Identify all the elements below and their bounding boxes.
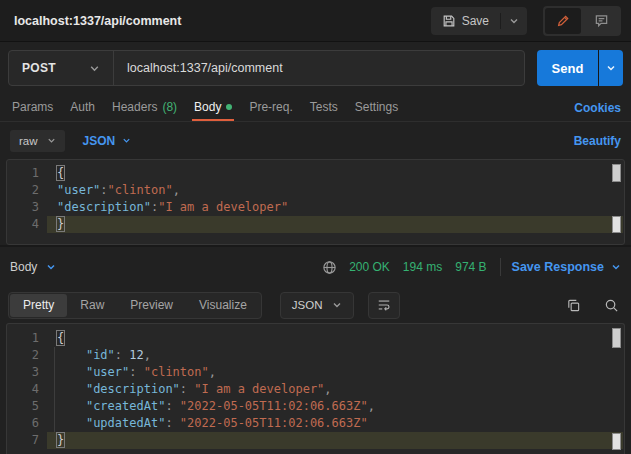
code-token: [57, 416, 86, 430]
edit-request-button[interactable]: [545, 8, 581, 34]
code-token: "clinton": [144, 365, 209, 379]
view-tab-visualize[interactable]: Visualize: [186, 294, 260, 317]
url-container: POST: [8, 50, 525, 86]
cursor-line-scroll-marker: [612, 433, 621, 450]
code-line: 1{: [7, 165, 624, 182]
language-label: JSON: [83, 134, 116, 148]
send-split-button: Send: [537, 50, 623, 86]
send-options-chevron[interactable]: [599, 50, 623, 86]
code-token: "I am a developer": [194, 382, 324, 396]
line-number: 4: [7, 216, 47, 233]
line-number: 5: [7, 398, 47, 415]
code-content: "user":"clinton",: [47, 182, 624, 199]
editor-scrollbar-thumb[interactable]: [612, 164, 621, 182]
code-line: 6 "updatedAt": "2022-05-05T11:02:06.663Z…: [7, 415, 624, 432]
body-type-label: raw: [19, 135, 38, 147]
chevron-down-icon: [46, 262, 56, 272]
code-content: "updatedAt": "2022-05-05T11:02:06.663Z": [47, 415, 624, 432]
tab-label: Params: [12, 100, 53, 114]
code-token: [57, 365, 86, 379]
code-line: 7}: [7, 432, 624, 449]
code-token: {: [57, 331, 64, 345]
view-tab-raw[interactable]: Raw: [67, 294, 117, 317]
chevron-down-icon: [606, 63, 616, 73]
save-button[interactable]: Save: [431, 7, 500, 35]
chevron-down-icon: [122, 136, 131, 145]
line-number: 2: [7, 182, 47, 199]
status-divider: [500, 258, 501, 276]
tab-label: Auth: [70, 100, 95, 114]
tab-tests[interactable]: Tests: [308, 94, 340, 121]
editor-scrollbar-thumb[interactable]: [612, 328, 621, 348]
comment-icon: [594, 13, 609, 28]
code-content: "user": "clinton",: [47, 364, 624, 381]
code-token: }: [57, 217, 64, 231]
chevron-down-icon: [332, 300, 342, 310]
wrap-text-icon: [377, 298, 391, 312]
code-token: [57, 382, 86, 396]
cookies-link[interactable]: Cookies: [574, 94, 621, 121]
chevron-down-icon: [509, 16, 519, 26]
chevron-down-icon: [47, 136, 56, 145]
code-token: ,: [173, 183, 180, 197]
fold-indent-guide: [54, 347, 55, 432]
code-line: 3 "user": "clinton",: [7, 364, 624, 381]
tab-body[interactable]: Body: [192, 94, 234, 121]
code-token: }: [57, 433, 64, 447]
code-token: "updatedAt": [86, 416, 165, 430]
search-response-button[interactable]: [599, 293, 623, 317]
code-token: :: [129, 365, 143, 379]
code-content: }: [47, 216, 623, 233]
code-token: [57, 348, 86, 362]
code-token: ,: [324, 382, 331, 396]
response-body-label: Body: [10, 260, 37, 274]
tab-pre-request[interactable]: Pre-req.: [247, 94, 294, 121]
url-input[interactable]: [114, 51, 524, 85]
code-content: }: [47, 432, 623, 449]
code-line: 4 "description": "I am a developer",: [7, 381, 624, 398]
view-tab-preview[interactable]: Preview: [117, 294, 186, 317]
wrap-text-button[interactable]: [368, 292, 400, 319]
tab-params[interactable]: Params: [10, 94, 55, 121]
line-number: 1: [7, 330, 47, 347]
code-line: 5 "createdAt": "2022-05-05T11:02:06.663Z…: [7, 398, 624, 415]
response-body-selector[interactable]: Body: [10, 260, 56, 274]
request-url-bar: POST Send: [0, 42, 631, 94]
save-options-chevron[interactable]: [501, 7, 527, 35]
code-line: 4}: [7, 216, 624, 233]
beautify-link[interactable]: Beautify: [574, 134, 621, 148]
save-response-button[interactable]: Save Response: [512, 260, 621, 274]
response-language-label: JSON: [292, 299, 323, 311]
pencil-icon: [556, 14, 570, 28]
body-type-selector[interactable]: raw: [10, 130, 65, 152]
line-number: 3: [7, 199, 47, 216]
request-body-editor[interactable]: 1{2"user":"clinton",3"description":"I am…: [6, 159, 625, 245]
headers-count-badge: (8): [162, 100, 177, 114]
code-token: :: [115, 348, 129, 362]
send-button[interactable]: Send: [537, 50, 598, 86]
method-selector[interactable]: POST: [9, 51, 113, 85]
line-number: 1: [7, 165, 47, 182]
code-line: 2"user":"clinton",: [7, 182, 624, 199]
code-content: "description": "I am a developer",: [47, 381, 624, 398]
code-token: ,: [368, 399, 375, 413]
response-language-selector[interactable]: JSON: [280, 292, 354, 319]
tab-label: Pre-req.: [249, 100, 292, 114]
view-tab-pretty[interactable]: Pretty: [10, 294, 67, 317]
copy-response-button[interactable]: [561, 293, 585, 317]
app-window: localhost:1337/api/comment Save: [0, 0, 631, 454]
tab-label: Tests: [310, 100, 338, 114]
tab-settings[interactable]: Settings: [353, 94, 400, 121]
code-token: "I am a developer": [158, 200, 288, 214]
language-selector[interactable]: JSON: [83, 134, 132, 148]
line-number: 3: [7, 364, 47, 381]
code-content: "id": 12,: [47, 347, 624, 364]
network-globe-icon: [322, 260, 337, 275]
tab-label: Settings: [355, 100, 398, 114]
tab-headers[interactable]: Headers(8): [110, 94, 179, 121]
request-header-bar: localhost:1337/api/comment Save: [0, 0, 631, 42]
comments-button[interactable]: [583, 8, 619, 34]
body-modified-dot: [226, 104, 232, 110]
tab-auth[interactable]: Auth: [68, 94, 97, 121]
response-body-editor[interactable]: 1{2 "id": 12,3 "user": "clinton",4 "desc…: [6, 323, 625, 454]
